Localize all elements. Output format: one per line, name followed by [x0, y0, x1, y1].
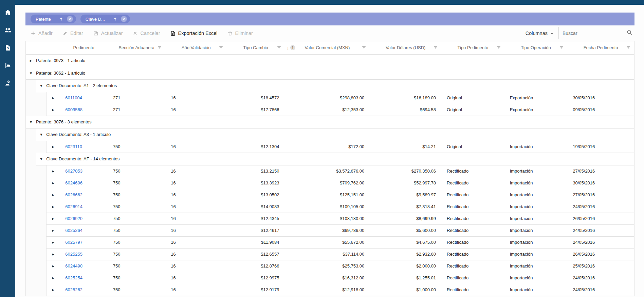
- sort-direction-icon[interactable]: [113, 17, 117, 21]
- cell-valor-dolares-usd: $1,000.00: [370, 284, 441, 296]
- top-appbar: [0, 0, 644, 5]
- sidebar-item-agents[interactable]: [3, 78, 13, 88]
- cell-tipo-pedimento: Original: [441, 141, 504, 153]
- pedimento-link[interactable]: 6025797: [65, 240, 82, 245]
- collapse-group-icon[interactable]: ▾: [26, 67, 36, 79]
- pedimento-link[interactable]: 6025264: [65, 228, 82, 233]
- grid-toolbar: AñadirEditarActualizarCancelarExportació…: [25, 25, 634, 41]
- filter-icon[interactable]: [626, 45, 631, 50]
- cell-ano-validacion: 16: [165, 141, 227, 153]
- sidebar-item-users[interactable]: [3, 25, 13, 35]
- column-header-ano-validacion[interactable]: Año Validación: [165, 41, 227, 54]
- column-header-pedimento[interactable]: Pedimento: [60, 41, 107, 54]
- column-header-tipo-cambio[interactable]: Tipo Cambio: [227, 41, 285, 54]
- cell-valor-comercial-mxn: $69,786.00: [285, 224, 370, 236]
- collapse-group-icon[interactable]: ▾: [36, 128, 46, 141]
- trash-icon: [228, 31, 233, 36]
- collapse-group-icon[interactable]: ▾: [26, 116, 36, 128]
- pedimento-link[interactable]: 6026914: [65, 204, 82, 209]
- columns-dropdown[interactable]: Columnas: [526, 31, 554, 36]
- row-expand-icon[interactable]: ▸: [46, 248, 60, 260]
- cell-tipo-operacion: Exportación: [504, 104, 568, 116]
- group-chip-clave-documento[interactable]: Clave D...: [80, 15, 130, 23]
- collapse-group-icon[interactable]: ▾: [36, 153, 46, 165]
- row-expand-icon[interactable]: ▸: [46, 284, 60, 296]
- filter-icon[interactable]: [496, 45, 501, 50]
- expand-group-icon[interactable]: ▸: [26, 54, 36, 67]
- sidebar-item-reports[interactable]: [3, 60, 13, 71]
- cell-fecha-pedimento: 24/05/2016: [567, 272, 634, 284]
- cell-pedimento: 6027053: [60, 165, 107, 177]
- sidebar-item-invoices[interactable]: $: [3, 43, 13, 53]
- group-indent-cell: [26, 79, 36, 92]
- collapse-group-icon[interactable]: ▾: [36, 79, 46, 92]
- column-header-valor-dolares-usd[interactable]: Valor Dólares (USD): [370, 41, 441, 54]
- cell-pedimento: 6024490: [60, 260, 107, 272]
- cell-seccion-aduanera: 750: [108, 165, 166, 177]
- row-expand-icon[interactable]: ▸: [46, 272, 60, 284]
- row-expand-icon[interactable]: ▸: [46, 104, 60, 116]
- cell-valor-comercial-mxn: $172.00: [285, 141, 370, 153]
- row-expand-icon[interactable]: ▸: [46, 165, 60, 177]
- group-indent-cell: [36, 104, 46, 116]
- pedimento-link[interactable]: 6027053: [65, 169, 82, 174]
- filter-icon[interactable]: [277, 45, 281, 50]
- column-header-fecha-pedimento[interactable]: Fecha Pedimento: [567, 41, 634, 54]
- cell-valor-comercial-mxn: $125,151.00: [285, 189, 370, 201]
- sidebar-item-home[interactable]: [3, 7, 13, 18]
- remove-group-icon[interactable]: [67, 16, 73, 22]
- group-indent-cell: [36, 189, 46, 201]
- row-expand-icon[interactable]: ▸: [46, 213, 60, 224]
- pedimento-link[interactable]: 6024490: [65, 263, 82, 269]
- filter-icon[interactable]: [219, 45, 223, 50]
- cell-valor-comercial-mxn: $16,312.00: [285, 272, 370, 284]
- sort-direction-icon[interactable]: [59, 17, 63, 21]
- remove-group-icon[interactable]: [121, 16, 127, 22]
- pedimento-link[interactable]: 6011004: [65, 95, 82, 100]
- row-expand-icon[interactable]: ▸: [46, 236, 60, 248]
- pedimento-link[interactable]: 6025254: [65, 275, 82, 280]
- column-header-tipo-pedimento[interactable]: Tipo Pedimento: [441, 41, 504, 54]
- filter-icon[interactable]: [559, 45, 564, 50]
- exportacion-excel-button[interactable]: Exportación Excel: [170, 31, 218, 36]
- cell-valor-dolares-usd: $8,699.99: [370, 213, 441, 224]
- row-expand-icon[interactable]: ▸: [46, 201, 60, 213]
- row-expand-icon[interactable]: ▸: [46, 189, 60, 201]
- sort-desc-icon: ↓: [287, 45, 289, 51]
- search-icon[interactable]: [627, 29, 632, 37]
- cell-valor-dolares-usd: $7,318.41: [370, 201, 441, 213]
- filter-icon[interactable]: [362, 45, 366, 50]
- cancel-icon: [133, 31, 137, 36]
- cell-tipo-cambio: $12.9179: [227, 284, 285, 296]
- cell-tipo-operacion: Importación: [504, 189, 568, 201]
- content-area: Patente Clave D... AñadirEditarActualiza…: [15, 5, 644, 297]
- filter-icon[interactable]: [433, 45, 438, 50]
- pedimento-link[interactable]: 6026920: [65, 216, 82, 221]
- row-expand-icon[interactable]: ▸: [46, 177, 60, 189]
- row-expand-icon[interactable]: ▸: [46, 224, 60, 236]
- group-chip-patente[interactable]: Patente: [31, 15, 76, 23]
- pedimento-link[interactable]: 6009568: [65, 107, 82, 112]
- cell-valor-dolares-usd: $9,589.97: [370, 189, 441, 201]
- row-expand-icon[interactable]: ▸: [46, 260, 60, 272]
- group-indent-cell: [26, 177, 36, 189]
- pedimento-link[interactable]: 6026662: [65, 192, 82, 197]
- table-row: ▸602449075016$12.8766$25,753.00$2,000.00…: [26, 260, 634, 272]
- filter-icon[interactable]: [157, 45, 162, 50]
- cell-tipo-cambio: $13.2150: [227, 165, 285, 177]
- cell-valor-comercial-mxn: $3,572,676.00: [285, 165, 370, 177]
- table-row: ▸602691475016$14.9083$109,105.00$7,318.4…: [26, 201, 634, 213]
- row-expand-icon[interactable]: ▸: [46, 92, 60, 104]
- pedimento-link[interactable]: 6023110: [65, 144, 82, 149]
- column-title: Pedimento: [73, 45, 94, 50]
- search-input[interactable]: [563, 31, 627, 36]
- toolbar-buttons: AñadirEditarActualizarCancelarExportació…: [25, 31, 253, 36]
- pedimento-link[interactable]: 6025255: [65, 252, 82, 257]
- row-expand-icon[interactable]: ▸: [46, 141, 60, 153]
- column-header-valor-comercial-mxn[interactable]: ↓1Valor Comercial (MXN): [285, 41, 370, 54]
- column-header-seccion-aduanera[interactable]: Sección Aduanera: [108, 41, 166, 54]
- cell-valor-comercial-mxn: $55,672.00: [285, 236, 370, 248]
- pedimento-link[interactable]: 6025262: [65, 287, 82, 292]
- pedimento-link[interactable]: 6024696: [65, 180, 82, 185]
- column-header-tipo-operacion[interactable]: Tipo Operación: [504, 41, 568, 54]
